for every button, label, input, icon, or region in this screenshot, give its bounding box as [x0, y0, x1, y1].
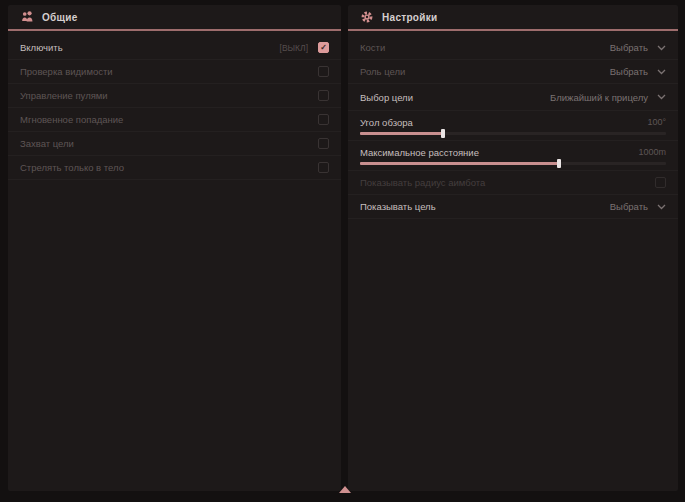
- max-distance-slider[interactable]: [360, 162, 666, 165]
- body-only-checkbox[interactable]: [318, 162, 329, 173]
- max-distance-slider-handle[interactable]: [557, 159, 561, 168]
- chevron-down-icon: [657, 69, 666, 75]
- select-value: Выбрать: [610, 42, 648, 53]
- row-label: Захват цели: [20, 138, 74, 149]
- fov-slider-fill: [360, 132, 443, 135]
- target-choice-select[interactable]: Ближайший к прицелу: [550, 92, 666, 103]
- row-label: Кости: [360, 42, 385, 53]
- target-role-select[interactable]: Выбрать: [610, 66, 666, 77]
- bones-select[interactable]: Выбрать: [610, 42, 666, 53]
- row-label: Максимальное расстояние: [360, 147, 479, 158]
- panel-title: Общие: [42, 12, 78, 23]
- settings-rows: Кости Выбрать Роль цели Выбрать Выбор це…: [348, 31, 678, 219]
- max-distance-slider-fill: [360, 162, 559, 165]
- fov-slider-handle[interactable]: [441, 129, 445, 138]
- aimbot-radius-checkbox[interactable]: [655, 177, 666, 188]
- row-target-role: Роль цели Выбрать: [348, 60, 678, 84]
- enable-checkbox[interactable]: [318, 42, 329, 53]
- max-distance-value: 1000m: [638, 147, 666, 157]
- triangle-up-icon[interactable]: [339, 486, 351, 493]
- show-target-select[interactable]: Выбрать: [610, 201, 666, 212]
- row-target-lock: Захват цели: [8, 132, 341, 156]
- chevron-down-icon: [657, 94, 666, 100]
- gear-icon: [360, 10, 374, 24]
- settings-panel: Настройки Кости Выбрать Роль цели Выбрат…: [348, 5, 678, 491]
- row-target-choice: Выбор цели Ближайший к прицелу: [348, 84, 678, 111]
- instant-hit-checkbox[interactable]: [318, 114, 329, 125]
- panel-title: Настройки: [382, 12, 437, 23]
- row-label: Роль цели: [360, 66, 405, 77]
- people-icon: [20, 10, 34, 24]
- select-value: Ближайший к прицелу: [550, 92, 648, 103]
- row-enable: Включить [ВЫКЛ]: [8, 36, 341, 60]
- chevron-down-icon: [657, 204, 666, 210]
- row-bones: Кости Выбрать: [348, 36, 678, 60]
- row-label: Угол обзора: [360, 117, 413, 128]
- row-label: Включить: [20, 42, 63, 53]
- row-label: Стрелять только в тело: [20, 162, 124, 173]
- chevron-down-icon: [657, 45, 666, 51]
- row-max-distance: Максимальное расстояние 1000m: [348, 141, 678, 171]
- bullet-control-checkbox[interactable]: [318, 90, 329, 101]
- row-visibility-check: Проверка видимости: [8, 60, 341, 84]
- row-label: Управление пулями: [20, 90, 108, 101]
- settings-panel-header: Настройки: [348, 5, 678, 29]
- row-label: Выбор цели: [360, 92, 413, 103]
- row-fov: Угол обзора 100°: [348, 111, 678, 141]
- row-show-target: Показывать цель Выбрать: [348, 195, 678, 219]
- row-bullet-control: Управление пулями: [8, 84, 341, 108]
- general-panel-header: Общие: [8, 5, 341, 29]
- row-body-only: Стрелять только в тело: [8, 156, 341, 180]
- fov-slider[interactable]: [360, 132, 666, 135]
- select-value: Выбрать: [610, 66, 648, 77]
- row-aimbot-radius: Показывать радиус аимбота: [348, 171, 678, 195]
- row-label: Показывать радиус аимбота: [360, 177, 485, 188]
- row-instant-hit: Мгновенное попадание: [8, 108, 341, 132]
- general-panel: Общие Включить [ВЫКЛ] Проверка видимости…: [8, 5, 341, 491]
- enable-status: [ВЫКЛ]: [280, 43, 308, 53]
- select-value: Выбрать: [610, 201, 648, 212]
- target-lock-checkbox[interactable]: [318, 138, 329, 149]
- fov-value: 100°: [647, 117, 666, 127]
- visibility-check-checkbox[interactable]: [318, 66, 329, 77]
- row-label: Показывать цель: [360, 201, 436, 212]
- row-label: Мгновенное попадание: [20, 114, 123, 125]
- row-label: Проверка видимости: [20, 66, 113, 77]
- general-rows: Включить [ВЫКЛ] Проверка видимости Управ…: [8, 31, 341, 180]
